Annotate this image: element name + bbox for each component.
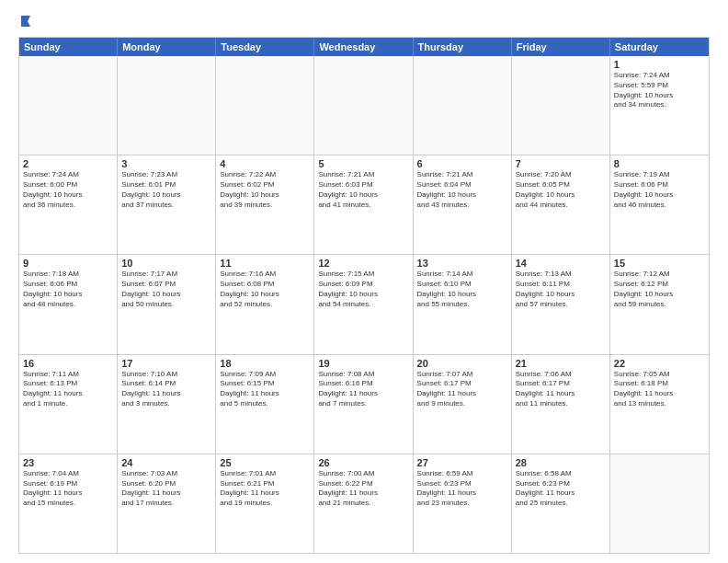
day-info: Sunrise: 7:12 AM Sunset: 6:12 PM Dayligh…	[614, 270, 705, 309]
table-row	[118, 56, 216, 155]
day-info: Sunrise: 7:19 AM Sunset: 6:06 PM Dayligh…	[614, 170, 705, 210]
table-row: 28Sunrise: 6:58 AM Sunset: 6:23 PM Dayli…	[512, 454, 610, 553]
table-row: 13Sunrise: 7:14 AM Sunset: 6:10 PM Dayli…	[414, 255, 512, 353]
day-number: 22	[614, 358, 705, 369]
table-row: 16Sunrise: 7:11 AM Sunset: 6:13 PM Dayli…	[19, 355, 118, 454]
day-number: 13	[417, 258, 507, 269]
day-number: 24	[121, 457, 211, 468]
calendar-body: 1Sunrise: 7:24 AM Sunset: 5:59 PM Daylig…	[19, 56, 709, 553]
table-row: 12Sunrise: 7:15 AM Sunset: 6:09 PM Dayli…	[314, 255, 413, 353]
day-number: 12	[318, 258, 408, 269]
table-row: 1Sunrise: 7:24 AM Sunset: 5:59 PM Daylig…	[610, 56, 709, 155]
day-info: Sunrise: 7:20 AM Sunset: 6:05 PM Dayligh…	[516, 170, 606, 210]
header-friday: Friday	[512, 38, 610, 56]
table-row: 5Sunrise: 7:21 AM Sunset: 6:03 PM Daylig…	[314, 155, 413, 254]
header	[18, 17, 710, 29]
table-row	[19, 56, 118, 155]
day-info: Sunrise: 7:01 AM Sunset: 6:21 PM Dayligh…	[220, 469, 310, 509]
day-info: Sunrise: 7:16 AM Sunset: 6:08 PM Dayligh…	[220, 270, 310, 309]
logo	[18, 17, 32, 29]
day-number: 18	[220, 358, 310, 369]
table-row: 8Sunrise: 7:19 AM Sunset: 6:06 PM Daylig…	[610, 155, 709, 254]
table-row	[610, 454, 709, 553]
calendar-header: Sunday Monday Tuesday Wednesday Thursday…	[19, 38, 709, 56]
table-row	[512, 56, 610, 155]
day-info: Sunrise: 7:03 AM Sunset: 6:20 PM Dayligh…	[121, 469, 211, 509]
day-number: 21	[516, 358, 606, 369]
day-info: Sunrise: 7:15 AM Sunset: 6:09 PM Dayligh…	[318, 270, 408, 309]
day-number: 7	[516, 158, 606, 169]
svg-marker-0	[21, 16, 30, 27]
table-row: 27Sunrise: 6:59 AM Sunset: 6:23 PM Dayli…	[414, 454, 512, 553]
table-row: 17Sunrise: 7:10 AM Sunset: 6:14 PM Dayli…	[118, 355, 216, 454]
day-info: Sunrise: 7:07 AM Sunset: 6:17 PM Dayligh…	[417, 370, 507, 409]
day-number: 17	[121, 358, 211, 369]
day-number: 19	[318, 358, 408, 369]
calendar: Sunday Monday Tuesday Wednesday Thursday…	[18, 37, 710, 554]
day-info: Sunrise: 7:00 AM Sunset: 6:22 PM Dayligh…	[318, 469, 408, 509]
day-number: 23	[23, 457, 113, 468]
table-row: 9Sunrise: 7:18 AM Sunset: 6:06 PM Daylig…	[19, 255, 118, 353]
day-info: Sunrise: 7:10 AM Sunset: 6:14 PM Dayligh…	[121, 370, 211, 409]
table-row	[216, 56, 314, 155]
calendar-row-1: 2Sunrise: 7:24 AM Sunset: 6:00 PM Daylig…	[19, 155, 709, 255]
table-row: 15Sunrise: 7:12 AM Sunset: 6:12 PM Dayli…	[610, 255, 709, 353]
day-number: 25	[220, 457, 310, 468]
header-saturday: Saturday	[610, 38, 709, 56]
day-number: 16	[23, 358, 113, 369]
day-number: 15	[614, 258, 705, 269]
day-info: Sunrise: 7:22 AM Sunset: 6:02 PM Dayligh…	[220, 170, 310, 210]
table-row	[314, 56, 413, 155]
table-row	[414, 56, 512, 155]
day-number: 26	[318, 457, 408, 468]
header-sunday: Sunday	[19, 38, 118, 56]
table-row: 6Sunrise: 7:21 AM Sunset: 6:04 PM Daylig…	[414, 155, 512, 254]
day-info: Sunrise: 6:59 AM Sunset: 6:23 PM Dayligh…	[417, 469, 507, 509]
page: Sunday Monday Tuesday Wednesday Thursday…	[0, 0, 728, 563]
day-number: 27	[417, 457, 507, 468]
day-number: 8	[614, 158, 705, 169]
table-row: 21Sunrise: 7:06 AM Sunset: 6:17 PM Dayli…	[512, 355, 610, 454]
day-info: Sunrise: 7:17 AM Sunset: 6:07 PM Dayligh…	[121, 270, 211, 309]
logo-flag-icon	[19, 15, 32, 28]
table-row: 10Sunrise: 7:17 AM Sunset: 6:07 PM Dayli…	[118, 255, 216, 353]
day-info: Sunrise: 7:09 AM Sunset: 6:15 PM Dayligh…	[220, 370, 310, 409]
day-number: 4	[220, 158, 310, 169]
day-number: 6	[417, 158, 507, 169]
day-number: 5	[318, 158, 408, 169]
logo-text	[18, 17, 32, 29]
table-row: 14Sunrise: 7:13 AM Sunset: 6:11 PM Dayli…	[512, 255, 610, 353]
day-info: Sunrise: 7:23 AM Sunset: 6:01 PM Dayligh…	[121, 170, 211, 210]
table-row: 22Sunrise: 7:05 AM Sunset: 6:18 PM Dayli…	[610, 355, 709, 454]
table-row: 24Sunrise: 7:03 AM Sunset: 6:20 PM Dayli…	[118, 454, 216, 553]
calendar-row-3: 16Sunrise: 7:11 AM Sunset: 6:13 PM Dayli…	[19, 355, 709, 454]
table-row: 18Sunrise: 7:09 AM Sunset: 6:15 PM Dayli…	[216, 355, 314, 454]
day-info: Sunrise: 7:18 AM Sunset: 6:06 PM Dayligh…	[23, 270, 113, 309]
day-info: Sunrise: 6:58 AM Sunset: 6:23 PM Dayligh…	[516, 469, 606, 509]
day-number: 14	[516, 258, 606, 269]
header-monday: Monday	[118, 38, 216, 56]
calendar-row-2: 9Sunrise: 7:18 AM Sunset: 6:06 PM Daylig…	[19, 255, 709, 354]
calendar-row-0: 1Sunrise: 7:24 AM Sunset: 5:59 PM Daylig…	[19, 56, 709, 155]
calendar-row-4: 23Sunrise: 7:04 AM Sunset: 6:19 PM Dayli…	[19, 454, 709, 553]
day-info: Sunrise: 7:24 AM Sunset: 5:59 PM Dayligh…	[614, 71, 705, 110]
day-number: 2	[23, 158, 113, 169]
table-row: 3Sunrise: 7:23 AM Sunset: 6:01 PM Daylig…	[118, 155, 216, 254]
day-number: 3	[121, 158, 211, 169]
day-info: Sunrise: 7:05 AM Sunset: 6:18 PM Dayligh…	[614, 370, 705, 409]
day-number: 28	[516, 457, 606, 468]
day-info: Sunrise: 7:14 AM Sunset: 6:10 PM Dayligh…	[417, 270, 507, 309]
day-info: Sunrise: 7:08 AM Sunset: 6:16 PM Dayligh…	[318, 370, 408, 409]
table-row: 4Sunrise: 7:22 AM Sunset: 6:02 PM Daylig…	[216, 155, 314, 254]
day-number: 20	[417, 358, 507, 369]
header-wednesday: Wednesday	[314, 38, 413, 56]
table-row: 20Sunrise: 7:07 AM Sunset: 6:17 PM Dayli…	[414, 355, 512, 454]
day-info: Sunrise: 7:24 AM Sunset: 6:00 PM Dayligh…	[23, 170, 113, 210]
table-row: 7Sunrise: 7:20 AM Sunset: 6:05 PM Daylig…	[512, 155, 610, 254]
header-tuesday: Tuesday	[216, 38, 314, 56]
day-number: 11	[220, 258, 310, 269]
day-info: Sunrise: 7:04 AM Sunset: 6:19 PM Dayligh…	[23, 469, 113, 509]
day-info: Sunrise: 7:13 AM Sunset: 6:11 PM Dayligh…	[516, 270, 606, 309]
day-info: Sunrise: 7:21 AM Sunset: 6:04 PM Dayligh…	[417, 170, 507, 210]
day-info: Sunrise: 7:06 AM Sunset: 6:17 PM Dayligh…	[516, 370, 606, 409]
